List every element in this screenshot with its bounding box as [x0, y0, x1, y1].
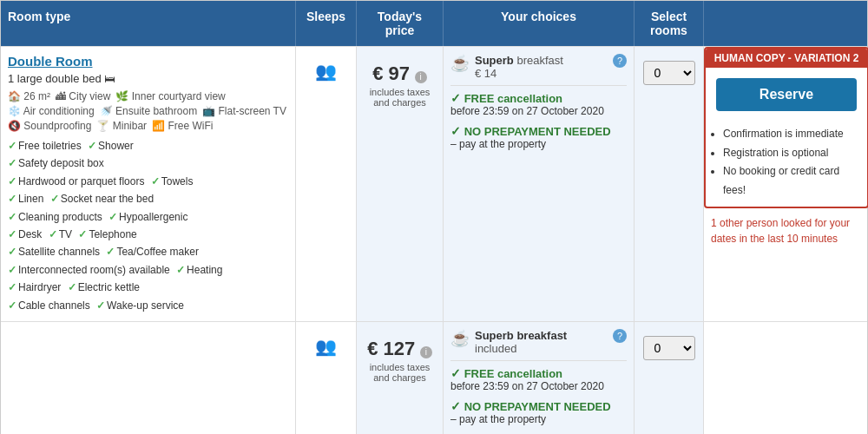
amenity-shower: ✓ Shower — [88, 137, 134, 155]
no-prepay-label-1: ✓ NO PREPAYMENT NEEDED — [450, 124, 627, 138]
right-panel-row2 — [704, 322, 868, 434]
price-cell-2: € 127 i includes taxes and charges — [357, 322, 444, 434]
amenity-wakeup: ✓ Wake-up service — [96, 297, 184, 314]
benefits-list: Confirmation is immediate Registration i… — [706, 122, 867, 207]
sleeps-cell-1: 👥 — [296, 47, 357, 321]
feature-courtyard: 🌿 Inner courtyard view — [115, 90, 225, 102]
coffee-icon-2: ☕ — [450, 329, 470, 348]
feature-wifi: 📶 Free WiFi — [152, 120, 213, 132]
price-includes-2: includes taxes and charges — [364, 362, 436, 383]
breakfast-choice-2: ☕ Superb breakfast included ? — [450, 329, 627, 361]
benefit-item-1: Confirmation is immediate — [723, 125, 860, 144]
choices-cell-2: ☕ Superb breakfast included ? ✓ FREE can… — [444, 322, 635, 434]
amenity-hypo: ✓ Hypoallergenic — [108, 208, 187, 226]
amenity-cable: ✓ Cable channels — [8, 297, 90, 314]
feature-minibar: 🍸 Minibar — [96, 120, 147, 132]
cancel-choice-1: ✓ FREE cancellation before 23:59 on 27 O… — [450, 91, 627, 117]
table-row-2: 👥 € 127 i includes taxes and charges ☕ S… — [1, 321, 867, 434]
breakfast-text-2: Superb breakfast included — [475, 329, 608, 355]
cancel-choice-2: ✓ FREE cancellation before 23:59 on 27 O… — [450, 366, 627, 392]
breakfast-help-icon-2[interactable]: ? — [613, 329, 627, 343]
amenity-desk: ✓ Desk — [8, 226, 42, 243]
feature-ensuite: 🚿 Ensuite bathroom — [100, 105, 197, 117]
amenity-tv2: ✓ TV — [49, 226, 72, 243]
room-type-cell-2 — [1, 322, 296, 434]
select-cell-1: 0 1 2 3 4 5 — [635, 47, 704, 321]
amenities-list: ✓ Free toiletries ✓ Shower ✓ Safety depo… — [8, 137, 288, 314]
breakfast-choice-1: ☕ Superb breakfast € 14 ? — [450, 54, 627, 86]
no-prepay-text-2: – pay at the property — [450, 413, 627, 425]
choices-cell-1: ☕ Superb breakfast € 14 ? ✓ FREE cancell… — [444, 47, 635, 321]
room-name-link[interactable]: Double Room — [8, 54, 288, 69]
benefit-item-2: Registration is optional — [723, 144, 860, 163]
cancel-date-2: before 23:59 on 27 October 2020 — [450, 380, 627, 392]
breakfast-help-icon-1[interactable]: ? — [613, 54, 627, 68]
amenity-safe: ✓ Safety deposit box — [8, 155, 104, 172]
bed-icon: 🛏 — [104, 72, 115, 85]
select-cell-2: 0 1 2 3 4 5 — [635, 322, 704, 434]
room-table: Room type Sleeps Today's price Your choi… — [0, 0, 868, 434]
reserve-button[interactable]: Reserve — [716, 78, 857, 111]
feature-city-view: 🏙 City view — [56, 90, 110, 102]
feature-tv: 📺 Flat-screen TV — [202, 105, 286, 117]
room-features-list: 🏠 26 m² 🏙 City view 🌿 Inner courtyard vi… — [8, 90, 288, 132]
human-copy-badge: HUMAN COPY - VARIATION 2 — [706, 49, 867, 68]
room-bed-info: 1 large double bed 🛏 — [8, 72, 288, 85]
header-price: Today's price — [357, 1, 444, 46]
price-amount-1: € 97 — [372, 62, 410, 84]
no-prepay-text-1: – pay at the property — [450, 138, 627, 150]
header-select: Select rooms — [635, 1, 704, 46]
amenity-toiletries: ✓ Free toiletries — [8, 137, 82, 155]
no-prepay-label-2: ✓ NO PREPAYMENT NEEDED — [450, 399, 627, 413]
amenity-cleaning: ✓ Cleaning products — [8, 208, 102, 226]
table-row-1: Double Room 1 large double bed 🛏 🏠 26 m²… — [1, 46, 867, 321]
amenity-interconnected: ✓ Interconnected room(s) available — [8, 261, 170, 279]
amenity-hairdryer: ✓ Hairdryer — [8, 279, 61, 296]
cancel-date-1: before 23:59 on 27 October 2020 — [450, 105, 627, 117]
header-sleeps: Sleeps — [296, 1, 357, 46]
feature-soundproof: 🔇 Soundproofing — [8, 120, 91, 132]
prepay-choice-1: ✓ NO PREPAYMENT NEEDED – pay at the prop… — [450, 124, 627, 150]
sleeps-icon-1: 👥 — [315, 62, 337, 81]
feature-ac: ❄️ Air conditioning — [8, 105, 95, 117]
amenity-floors: ✓ Hardwood or parquet floors — [8, 173, 144, 190]
amenity-towels: ✓ Towels — [151, 173, 194, 190]
price-info-icon-2[interactable]: i — [420, 346, 432, 358]
prepay-choice-2: ✓ NO PREPAYMENT NEEDED – pay at the prop… — [450, 399, 627, 425]
header-room-type: Room type — [1, 1, 296, 46]
free-cancel-label-1: ✓ FREE cancellation — [450, 91, 627, 105]
price-includes-1: includes taxes and charges — [364, 87, 436, 108]
room-type-cell-1: Double Room 1 large double bed 🛏 🏠 26 m²… — [1, 47, 296, 321]
amenity-telephone: ✓ Telephone — [78, 226, 136, 243]
price-cell-1: € 97 i includes taxes and charges — [357, 47, 444, 321]
bed-text: 1 large double bed — [8, 72, 102, 85]
amenity-socket: ✓ Socket near the bed — [50, 190, 154, 207]
benefit-item-3: No booking or credit card fees! — [723, 162, 860, 200]
room-select-1[interactable]: 0 1 2 3 4 5 — [643, 61, 695, 85]
coffee-icon-1: ☕ — [450, 54, 470, 73]
urgency-text: 1 other person looked for your dates in … — [704, 208, 868, 253]
price-info-icon-1[interactable]: i — [415, 71, 427, 83]
free-cancel-label-2: ✓ FREE cancellation — [450, 366, 627, 380]
right-panel: HUMAN COPY - VARIATION 2 Reserve Confirm… — [704, 47, 868, 321]
header-choices: Your choices — [444, 1, 635, 46]
sleeps-cell-2: 👥 — [296, 322, 357, 434]
amenity-heating: ✓ Heating — [176, 261, 222, 279]
amenity-tea: ✓ Tea/Coffee maker — [106, 243, 199, 260]
amenity-linen: ✓ Linen — [8, 190, 43, 207]
header-empty — [704, 1, 868, 46]
room-select-2[interactable]: 0 1 2 3 4 5 — [643, 336, 695, 360]
amenity-satellite: ✓ Satellite channels — [8, 243, 100, 260]
breakfast-text-1: Superb breakfast € 14 — [475, 54, 563, 80]
table-header: Room type Sleeps Today's price Your choi… — [1, 1, 867, 46]
price-amount-2: € 127 — [367, 338, 415, 359]
amenity-kettle: ✓ Electric kettle — [68, 279, 140, 296]
sleeps-icon-2: 👥 — [315, 337, 337, 356]
feature-size: 🏠 26 m² — [8, 90, 50, 102]
